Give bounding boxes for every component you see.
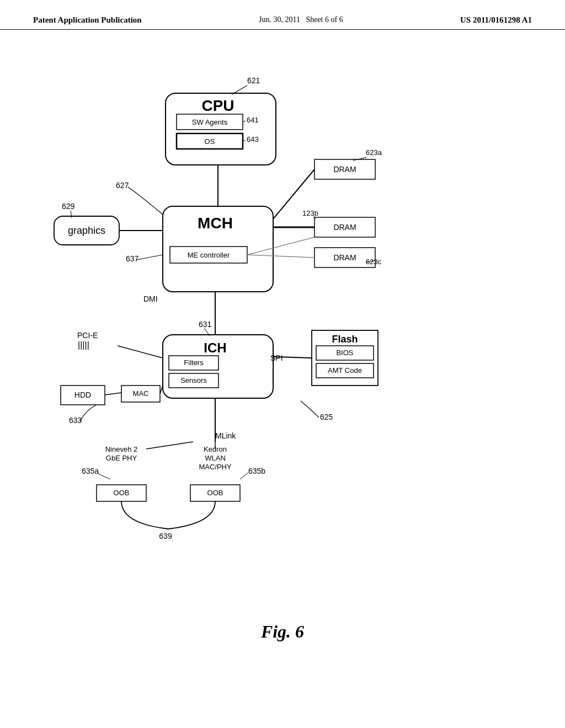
svg-text:BIOS: BIOS — [336, 349, 353, 357]
svg-text:623a: 623a — [366, 148, 382, 157]
svg-text:629: 629 — [62, 202, 75, 211]
svg-text:graphics: graphics — [68, 225, 105, 236]
header-left: Patent Application Publication — [33, 15, 142, 25]
svg-line-61 — [118, 346, 163, 358]
svg-text:ICH: ICH — [204, 340, 226, 355]
svg-text:635a: 635a — [82, 467, 99, 475]
svg-text:|||||: ||||| — [78, 340, 89, 350]
svg-text:DRAM: DRAM — [333, 223, 356, 232]
svg-text:MAC: MAC — [133, 389, 149, 398]
svg-text:621: 621 — [247, 76, 260, 85]
svg-text:Sensors: Sensors — [180, 376, 207, 384]
svg-text:MLink: MLink — [215, 431, 236, 440]
svg-line-86 — [240, 473, 248, 479]
svg-line-81 — [146, 442, 193, 449]
svg-text:639: 639 — [159, 532, 172, 540]
svg-text:Flash: Flash — [332, 334, 358, 345]
svg-text:DRAM: DRAM — [333, 253, 356, 262]
svg-text:Nineveh 2: Nineveh 2 — [105, 445, 138, 453]
figure-label: Fig. 6 — [0, 622, 565, 642]
svg-text:MAC/PHY: MAC/PHY — [199, 463, 232, 471]
svg-text:WLAN: WLAN — [205, 454, 226, 462]
svg-text:123b: 123b — [302, 209, 318, 217]
svg-line-37 — [71, 211, 72, 218]
svg-line-84 — [98, 474, 110, 479]
svg-text:CPU: CPU — [201, 97, 234, 114]
svg-line-33 — [247, 255, 315, 258]
svg-line-21 — [353, 157, 367, 160]
svg-text:DRAM: DRAM — [333, 165, 356, 174]
svg-text:635b: 635b — [248, 467, 265, 475]
svg-text:627: 627 — [116, 181, 129, 190]
svg-text:MCH: MCH — [198, 215, 233, 232]
page-header: Patent Application Publication Jun. 30, … — [0, 0, 565, 30]
svg-line-67 — [105, 393, 121, 395]
svg-text:641: 641 — [247, 116, 259, 124]
svg-text:OS: OS — [205, 137, 215, 146]
svg-text:631: 631 — [199, 320, 212, 329]
svg-line-40 — [137, 255, 163, 260]
svg-text:637: 637 — [126, 254, 139, 263]
svg-text:DMI: DMI — [143, 295, 158, 303]
svg-text:Filters: Filters — [184, 358, 204, 367]
header-right: US 2011/0161298 A1 — [460, 15, 532, 25]
svg-text:OOB: OOB — [114, 489, 130, 497]
svg-text:HDD: HDD — [74, 390, 91, 399]
svg-line-32 — [247, 237, 315, 255]
svg-text:AMT Code: AMT Code — [328, 366, 362, 374]
svg-text:ME controller: ME controller — [188, 251, 230, 259]
patent-diagram: CPU SW Agents OS 621 641 643 MCH ME cont… — [0, 30, 565, 664]
svg-text:633: 633 — [69, 416, 82, 425]
svg-text:OOB: OOB — [207, 489, 223, 497]
svg-text:PCI-E: PCI-E — [77, 331, 98, 340]
svg-text:625: 625 — [320, 413, 333, 421]
svg-text:SPI: SPI — [270, 354, 283, 362]
diagram-area: CPU SW Agents OS 621 641 643 MCH ME cont… — [0, 30, 565, 664]
svg-text:643: 643 — [247, 135, 259, 143]
header-center: Jun. 30, 2011 Sheet 6 of 6 — [259, 15, 343, 24]
svg-text:SW Agents: SW Agents — [192, 118, 228, 126]
svg-text:GbE PHY: GbE PHY — [106, 454, 137, 462]
